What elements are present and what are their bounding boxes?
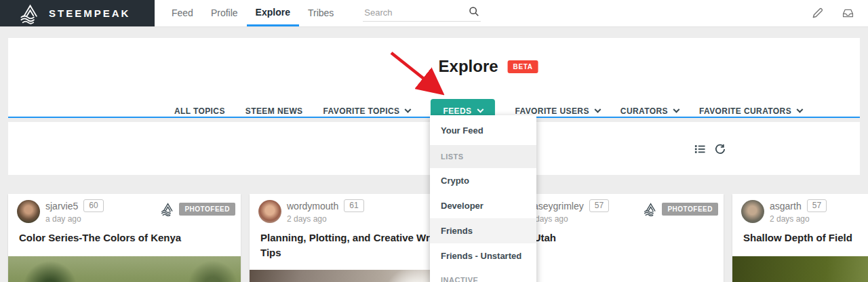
post-meta: caseygrimley 57 2 days ago — [528, 199, 609, 224]
page-body: Explore BETA ALL TOPICS STEEM NEWS FAVOR… — [0, 27, 868, 282]
search-input[interactable] — [363, 5, 481, 22]
post-author[interactable]: wordymouth — [287, 201, 338, 212]
menu-item-developer[interactable]: Developer — [430, 193, 536, 218]
avatar[interactable] — [741, 200, 764, 223]
tab-curators[interactable]: CURATORS — [620, 106, 679, 116]
post-timestamp: a day ago — [45, 214, 104, 224]
primary-nav: Feed Profile Explore Tribes — [163, 0, 342, 26]
brand-name: STEEMPEAK — [49, 7, 130, 19]
menu-item-crypto[interactable]: Crypto — [430, 168, 536, 193]
search-icon[interactable] — [469, 6, 479, 17]
chevron-down-icon — [405, 106, 412, 113]
post-author[interactable]: sjarvie5 — [45, 201, 78, 212]
post-card[interactable]: asgarth 57 2 days ago Shallow Depth of F… — [732, 194, 868, 282]
nav-link-explore[interactable]: Explore — [247, 0, 299, 26]
post-meta: wordymouth 61 2 days ago — [287, 199, 364, 224]
post-badges: PHOTOFEED — [159, 202, 235, 216]
post-title[interactable]: Shallow Depth of Field — [743, 230, 868, 245]
nav-link-profile[interactable]: Profile — [202, 0, 247, 26]
menu-item-your-feed[interactable]: Your Feed — [430, 115, 536, 145]
nav-link-tribes[interactable]: Tribes — [299, 0, 342, 26]
photofeed-badge: PHOTOFEED — [179, 203, 235, 216]
search-box — [363, 5, 481, 22]
menu-section-lists: LISTS — [430, 145, 536, 168]
post-thumbnail[interactable] — [732, 256, 868, 282]
steempeak-mini-logo-icon — [642, 202, 658, 216]
feeds-dropdown-menu: Your Feed LISTS Crypto Developer Friends… — [430, 115, 536, 282]
explore-header-panel: Explore BETA ALL TOPICS STEEM NEWS FAVOR… — [8, 38, 860, 118]
chevron-down-icon — [477, 106, 484, 113]
tab-favorite-curators[interactable]: FAVORITE CURATORS — [699, 106, 802, 116]
navbar-actions — [811, 0, 868, 26]
chevron-down-icon — [673, 106, 679, 113]
post-timestamp: 2 days ago — [287, 214, 364, 224]
post-author[interactable]: asgarth — [770, 201, 802, 212]
post-timestamp: 2 days ago — [528, 214, 609, 224]
post-title[interactable]: Color Series-The Colors of Kenya — [19, 230, 231, 245]
tab-all-topics[interactable]: ALL TOPICS — [174, 106, 225, 116]
reputation-badge: 60 — [83, 199, 103, 212]
list-view-icon[interactable] — [694, 144, 705, 155]
reputation-badge: 57 — [807, 199, 827, 212]
post-author[interactable]: caseygrimley — [528, 201, 584, 212]
post-timestamp: 2 days ago — [770, 214, 827, 224]
steempeak-logo-icon — [18, 3, 41, 24]
toolbar-icons — [694, 144, 726, 155]
post-meta: asgarth 57 2 days ago — [770, 199, 827, 224]
avatar[interactable] — [258, 200, 281, 223]
beta-badge: BETA — [508, 60, 538, 73]
tab-favorite-topics[interactable]: FAVORITE TOPICS — [323, 106, 411, 116]
inbox-icon[interactable] — [842, 7, 854, 20]
post-meta: sjarvie5 60 a day ago — [45, 199, 104, 224]
reputation-badge: 61 — [344, 199, 363, 212]
pencil-icon[interactable] — [811, 7, 824, 20]
post-badges: PHOTOFEED — [642, 202, 718, 216]
refresh-icon[interactable] — [715, 144, 726, 155]
post-thumbnail[interactable] — [8, 256, 241, 282]
menu-section-inactive: INACTIVE — [430, 268, 536, 282]
top-navbar: STEEMPEAK Feed Profile Explore Tribes — [0, 0, 868, 27]
menu-item-friends[interactable]: Friends — [430, 218, 536, 243]
steempeak-mini-logo-icon — [159, 202, 175, 216]
tab-steem-news[interactable]: STEEM NEWS — [245, 106, 303, 116]
chevron-down-icon — [594, 106, 601, 113]
tab-favorite-users[interactable]: FAVORITE USERS — [515, 106, 599, 116]
menu-item-friends-unstarted[interactable]: Friends - Unstarted — [430, 243, 536, 268]
title-row: Explore BETA — [439, 57, 538, 76]
reputation-badge: 57 — [589, 199, 609, 212]
chevron-down-icon — [797, 106, 804, 113]
page-title: Explore — [439, 57, 498, 76]
photofeed-badge: PHOTOFEED — [662, 203, 718, 216]
brand-logo-block[interactable]: STEEMPEAK — [0, 0, 155, 26]
nav-link-feed[interactable]: Feed — [163, 0, 202, 26]
post-card[interactable]: sjarvie5 60 a day ago PHOTOFEED Color Se… — [8, 194, 241, 282]
avatar[interactable] — [17, 200, 40, 223]
